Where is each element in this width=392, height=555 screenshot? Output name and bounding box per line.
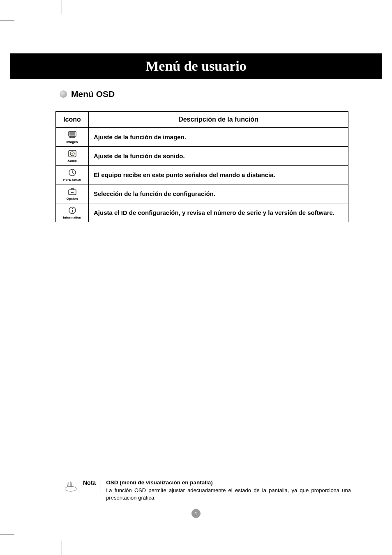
table-header-desc: Descripción de la función <box>89 112 348 128</box>
osd-table: Icono Descripción de la función Imagen A… <box>55 111 348 222</box>
svg-point-9 <box>71 208 72 209</box>
table-cell-desc: Ajusta el ID de configuración, y revisa … <box>89 203 348 222</box>
table-header-icon: Icono <box>56 112 89 128</box>
bullet-icon <box>60 90 67 98</box>
icon-label: Opción <box>67 197 78 200</box>
note-label: Nota <box>83 479 101 494</box>
table-cell-desc: Ajuste de la función de sonido. <box>89 147 348 166</box>
table-cell-desc: Selección de la función de configuración… <box>89 184 348 203</box>
svg-rect-10 <box>72 210 73 212</box>
table-row: Hora actual El equipo recibe en este pun… <box>56 166 348 184</box>
monitor-icon <box>67 130 78 139</box>
svg-point-11 <box>65 486 76 491</box>
table-row: Information Ajusta el ID de configuració… <box>56 203 348 222</box>
clock-icon <box>67 168 78 177</box>
page-title: Menú de usuario <box>145 58 247 74</box>
section-title: Menú OSD <box>71 89 115 99</box>
speaker-icon <box>67 149 78 158</box>
hand-note-icon <box>64 480 78 492</box>
svg-rect-1 <box>69 132 75 136</box>
table-cell-desc: Ajuste de la función de imagen. <box>89 128 348 147</box>
svg-rect-7 <box>71 192 74 193</box>
page-title-bar: Menú de usuario <box>10 53 382 79</box>
icon-label: Audio <box>67 159 77 163</box>
note-block: Nota OSD (menú de visualización en panta… <box>64 479 351 502</box>
svg-point-4 <box>71 153 73 154</box>
toolbox-icon <box>67 187 78 196</box>
table-row: Opción Selección de la función de config… <box>56 184 348 203</box>
table-row: Imagen Ajuste de la función de imagen. <box>56 128 348 147</box>
page-number: 1 <box>191 509 201 518</box>
icon-label: Imagen <box>66 140 78 144</box>
note-heading: OSD (menú de visualización en pantalla) <box>106 479 351 487</box>
info-icon <box>67 206 78 215</box>
note-content: OSD (menú de visualización en pantalla) … <box>106 479 351 502</box>
table-row: Audio Ajuste de la función de sonido. <box>56 147 348 166</box>
icon-label: Hora actual <box>63 178 81 182</box>
table-cell-desc: El equipo recibe en este punto señales d… <box>89 166 348 184</box>
icon-label: Information <box>63 216 81 219</box>
section-header: Menú OSD <box>60 89 392 99</box>
note-body: La función OSD permite ajustar adecuadam… <box>106 487 351 501</box>
